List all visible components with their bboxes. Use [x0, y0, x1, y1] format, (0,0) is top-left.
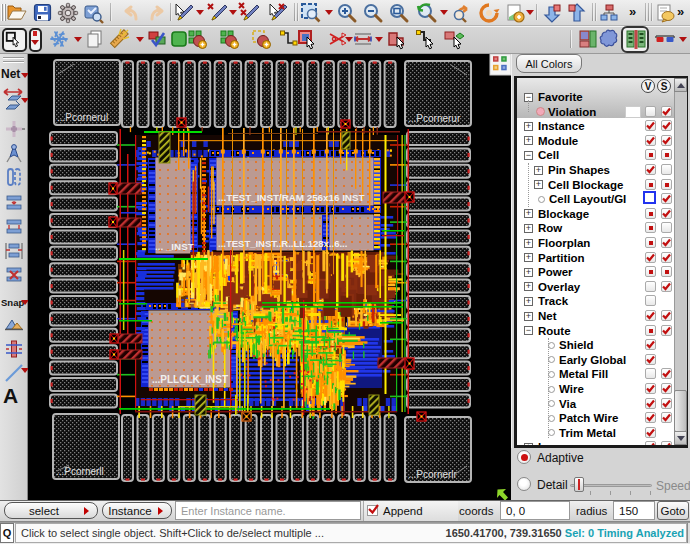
svg-text:...PLLCLK_INST: ...PLLCLK_INST [152, 374, 228, 385]
svg-text:...TEST_INST/RAM 256x16 INST: ...TEST_INST/RAM 256x16 INST [218, 192, 364, 203]
svg-text:...Pcornerul: ...Pcornerul [57, 112, 108, 123]
svg-text:...Pcornerlr: ...Pcornerlr [408, 469, 458, 480]
svg-text:...Pcornerur: ...Pcornerur [408, 113, 461, 124]
svg-text:...TEST_INST..R..LL.128x..6...: ...TEST_INST..R..LL.128x..6... [218, 238, 347, 249]
svg-text:... _INST: ... _INST [155, 241, 194, 252]
